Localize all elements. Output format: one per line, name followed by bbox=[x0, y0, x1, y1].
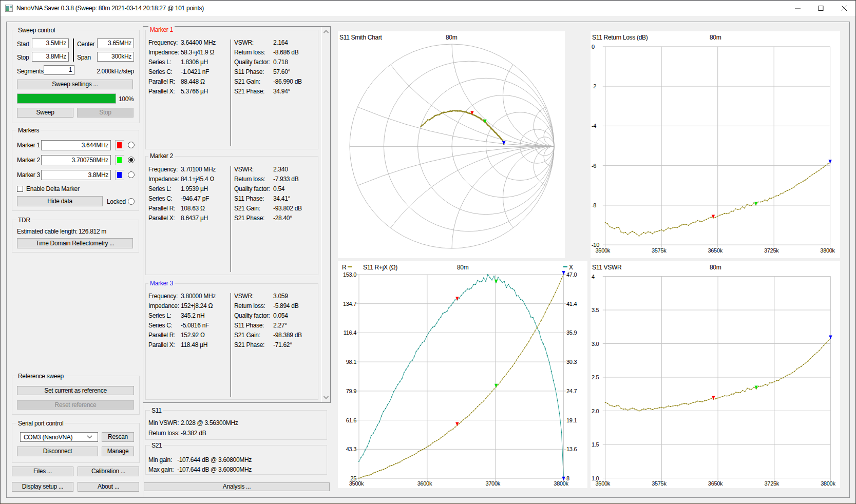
svg-text:3800k: 3800k bbox=[820, 247, 835, 254]
svg-text:2.5: 2.5 bbox=[592, 374, 599, 380]
svg-text:134.7: 134.7 bbox=[343, 301, 356, 307]
svg-text:30.3: 30.3 bbox=[566, 359, 577, 365]
svg-text:3600k: 3600k bbox=[417, 480, 432, 487]
svg-text:-2: -2 bbox=[592, 83, 596, 89]
svg-text:4: 4 bbox=[592, 274, 595, 280]
svg-text:3500k: 3500k bbox=[596, 480, 611, 487]
svg-text:153.0: 153.0 bbox=[343, 272, 356, 278]
svg-text:3700k: 3700k bbox=[485, 480, 500, 487]
svg-text:2.0: 2.0 bbox=[592, 408, 599, 414]
svg-text:3.0: 3.0 bbox=[592, 341, 599, 347]
svg-text:-8: -8 bbox=[592, 202, 596, 208]
svg-text:3650k: 3650k bbox=[708, 247, 722, 254]
svg-text:13.6: 13.6 bbox=[566, 446, 577, 452]
svg-text:-6: -6 bbox=[592, 163, 596, 169]
svg-text:3575k: 3575k bbox=[652, 480, 667, 487]
svg-text:79.9: 79.9 bbox=[346, 388, 356, 394]
svg-text:35.9: 35.9 bbox=[566, 329, 577, 336]
svg-text:3650k: 3650k bbox=[708, 480, 723, 487]
svg-text:3725k: 3725k bbox=[765, 480, 779, 487]
svg-text:3725k: 3725k bbox=[764, 247, 779, 254]
svg-text:116.4: 116.4 bbox=[344, 329, 356, 336]
svg-text:47.0: 47.0 bbox=[566, 272, 577, 278]
svg-text:61.6: 61.6 bbox=[346, 417, 356, 423]
svg-text:24.7: 24.7 bbox=[566, 388, 577, 394]
svg-text:-4: -4 bbox=[592, 123, 596, 129]
svg-text:43.3: 43.3 bbox=[346, 446, 356, 452]
svg-text:1.5: 1.5 bbox=[592, 441, 599, 448]
svg-text:3500k: 3500k bbox=[349, 480, 364, 487]
svg-text:98.1: 98.1 bbox=[346, 359, 356, 365]
svg-text:0: 0 bbox=[592, 44, 595, 50]
svg-text:3500k: 3500k bbox=[596, 247, 611, 254]
svg-text:3575k: 3575k bbox=[652, 247, 667, 254]
svg-text:3.5: 3.5 bbox=[592, 307, 599, 313]
svg-text:3800k: 3800k bbox=[821, 480, 835, 487]
svg-text:3800k: 3800k bbox=[554, 480, 568, 487]
svg-text:41.4: 41.4 bbox=[566, 301, 577, 307]
svg-text:19.1: 19.1 bbox=[566, 417, 577, 423]
